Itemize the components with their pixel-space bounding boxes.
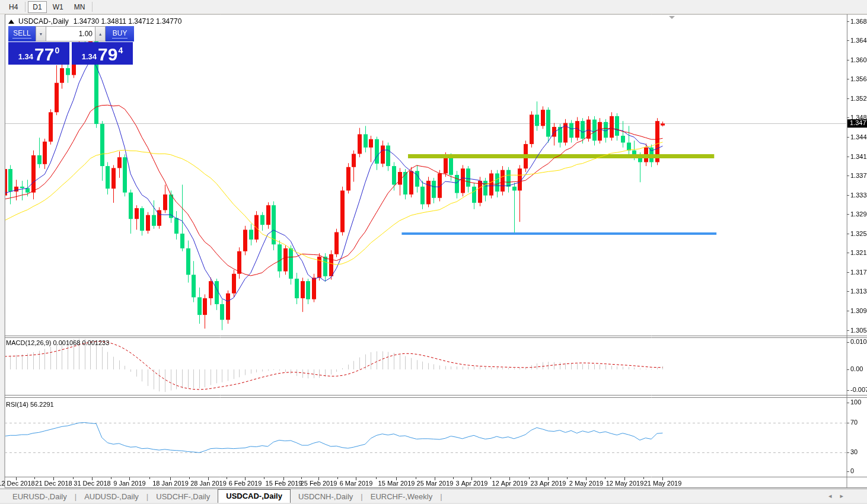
sell-button[interactable]: SELL	[8, 26, 36, 42]
tab-usdcad-daily[interactable]: USDCAD-,Daily	[218, 489, 291, 503]
tab-separator: |	[440, 492, 442, 503]
macd-signal-value: 0.001233	[82, 339, 109, 346]
timeframe-button-w1[interactable]: W1	[48, 1, 68, 13]
toolbar-separator	[92, 2, 93, 12]
collapse-triangle-icon[interactable]	[8, 20, 14, 24]
chart-ohlc-values: 1.34730 1.34811 1.34712 1.34770	[74, 17, 182, 25]
app-window: H4D1W1MN USDCAD-,Daily1.34730 1.34811 1.…	[0, 0, 867, 504]
tab-eurusd-daily[interactable]: EURUSD-,Daily	[5, 490, 75, 503]
macd-indicator-label: MACD(12,26,9) 0.001068 0.001233	[6, 339, 109, 346]
buy-price-big: 79	[98, 46, 117, 63]
symbol-tab-bar: EURUSD-,Daily|AUDUSD-,Daily|USDCHF-,Dail…	[0, 489, 867, 503]
timeframe-button-mn[interactable]: MN	[69, 1, 90, 13]
toolbar-separator	[25, 2, 26, 12]
buy-button[interactable]: BUY	[106, 26, 134, 42]
macd-main-value: 0.001068	[53, 339, 80, 346]
rsi-indicator-label: RSI(14) 56.2291	[6, 401, 54, 408]
sell-price-sup: 0	[55, 46, 59, 55]
rsi-value: 56.2291	[30, 401, 54, 408]
volume-increase-button[interactable]: ▲	[95, 26, 106, 42]
tab-usdcnh-daily[interactable]: USDCNH-,Daily	[291, 490, 361, 503]
buy-price-frac: 1.34	[82, 52, 97, 61]
timeframe-button-h4[interactable]: H4	[4, 1, 23, 13]
volume-decrease-button[interactable]: ▼	[36, 26, 46, 42]
volume-input[interactable]	[46, 26, 95, 42]
chart-title: USDCAD-,Daily1.34730 1.34811 1.34712 1.3…	[8, 17, 181, 25]
chart-symbol-label: USDCAD-,Daily	[18, 17, 69, 25]
sell-price-frac: 1.34	[18, 52, 33, 61]
tab-audusd-daily[interactable]: AUDUSD-,Daily	[76, 490, 146, 503]
buy-price-button[interactable]: 1.34 79 4	[72, 42, 133, 65]
tab-scroll-arrows: ◂▸	[828, 492, 852, 500]
chart-canvas[interactable]	[0, 0, 867, 504]
one-click-trade-panel: SELL ▼ ▲ BUY 1.34 77 0 1.34 79 4	[8, 26, 134, 65]
tab-eurchf-weekly[interactable]: EURCHF-,Weekly	[363, 490, 441, 503]
tab-usdchf-daily[interactable]: USDCHF-,Daily	[148, 490, 218, 503]
sell-price-button[interactable]: 1.34 77 0	[8, 42, 69, 65]
sell-price-big: 77	[34, 46, 54, 63]
buy-price-sup: 4	[118, 46, 123, 55]
timeframe-toolbar: H4D1W1MN	[0, 0, 867, 14]
timeframe-button-d1[interactable]: D1	[28, 1, 46, 13]
